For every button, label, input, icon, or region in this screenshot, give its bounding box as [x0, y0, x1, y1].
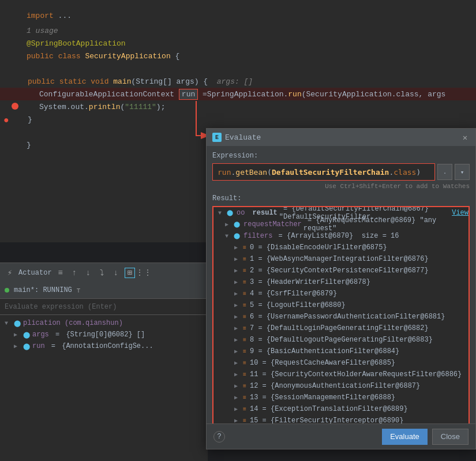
code-line-close1: } [0, 113, 476, 126]
expand-icon-args: ▶ [14, 331, 21, 338]
debug-tree-panel: ▼ ⬤ plication (com.qianshun) ▶ ⬤ args = … [0, 314, 208, 461]
actuator-icon[interactable]: ⚡ [5, 268, 15, 278]
evaluate-bar[interactable]: Evaluate expression (Enter) [0, 298, 208, 314]
running-indicator [5, 288, 9, 293]
expand-icon: ▼ [5, 320, 12, 327]
result-row-7[interactable]: ▶ ≡ 7 = {DefaultLoginPageGeneratingFilte… [213, 323, 468, 334]
code-line-annotation: @SpringBootApplication [0, 37, 476, 50]
result-tree: ▼ ⬤ oo result = {DefaultSecurityFilterCh… [212, 206, 470, 448]
result-row-0[interactable]: ▶ ≡ 0 = {DisableEncodeUrlFilter@6875} [213, 242, 468, 253]
run-highlight: run [179, 89, 198, 100]
result-row-2[interactable]: ▶ ≡ 2 = {SecurityContextPersistenceFilte… [213, 265, 468, 276]
result-row-1[interactable]: ▶ ≡ 1 = {WebAsyncManagerIntegrationFilte… [213, 253, 468, 265]
code-line-main: public static void main ( String [] args… [0, 75, 476, 88]
expression-input[interactable]: run . getBean ( DefaultSecurityFilterCha… [212, 163, 435, 181]
expression-label: Expression: [212, 152, 470, 160]
dialog-titlebar: E Evaluate ✕ [207, 129, 475, 146]
result-row-12[interactable]: ▶ ≡ 12 = {AnonymousAuthenticationFilter@… [213, 380, 468, 392]
result-row-13[interactable]: ▶ ≡ 13 = {SessionManagementFilter@6888} [213, 392, 468, 403]
down-icon[interactable]: ↓ [83, 268, 93, 278]
close-dialog-button[interactable]: ✕ [460, 133, 470, 142]
result-row-9[interactable]: ▶ ≡ 9 = {BasicAuthenticationFilter@6884} [213, 346, 468, 357]
code-line-run: ConfigurableApplicationContext run = Spr… [0, 88, 476, 100]
evaluate-placeholder: Evaluate expression (Enter) [5, 303, 117, 311]
debug-thread-bar: main*: RUNNING ⊤ [0, 282, 208, 298]
result-row-14[interactable]: ▶ ≡ 14 = {ExceptionTranslationFilter@688… [213, 403, 468, 415]
code-line-1: import ... [0, 9, 476, 22]
code-line-class: public class SecurityApplication { [0, 50, 476, 62]
debug-arrow-marker: ● [3, 115, 9, 126]
expand-filters: ▼ [225, 233, 232, 239]
expand-icon-run: ▶ [14, 343, 21, 350]
expression-row: run . getBean ( DefaultSecurityFilterCha… [212, 163, 470, 181]
list-icon[interactable]: ≡ [55, 268, 66, 278]
grid-icon[interactable]: ⊞ [125, 268, 135, 278]
result-row-3[interactable]: ▶ ≡ 3 = {HeaderWriterFilter@6878} [213, 276, 468, 288]
result-row-8[interactable]: ▶ ≡ 8 = {DefaultLogoutPageGeneratingFilt… [213, 334, 468, 346]
code-line-println: System .out. println ( "11111" ); [0, 100, 476, 113]
dot-button[interactable]: . [437, 164, 452, 180]
settings-icon[interactable]: ⋮⋮ [138, 268, 149, 278]
result-row-requestmatcher[interactable]: ▶ ⬤ requestMatcher = {AnyRequestMatcher@… [213, 219, 468, 230]
result-row-10[interactable]: ▶ ≡ 10 = {RequestCacheAwareFilter@6885} [213, 357, 468, 369]
expand-rm: ▶ [225, 221, 232, 228]
close-button[interactable]: Close [432, 429, 468, 445]
dialog-title-text: Evaluate [225, 133, 261, 142]
debug-item-app[interactable]: ▼ ⬤ plication (com.qianshun) [0, 317, 208, 329]
debug-item-run[interactable]: ▶ ⬤ run = {AnnotationConfigSe... [0, 340, 208, 352]
dialog-footer: ? Evaluate Close [207, 423, 475, 449]
result-row-5[interactable]: ▶ ≡ 5 = {LogoutFilter@6880} [213, 299, 468, 311]
result-row-6[interactable]: ▶ ≡ 6 = {UsernamePasswordAuthenticationF… [213, 311, 468, 323]
dialog-title: E Evaluate [212, 133, 261, 142]
footer-buttons: Evaluate Close [382, 429, 468, 445]
step-over-icon[interactable]: ⤵ [97, 268, 107, 278]
view-link[interactable]: View [452, 209, 468, 217]
expand-root: ▼ [218, 210, 225, 216]
evaluate-button[interactable]: Evaluate [382, 429, 428, 445]
result-row-11[interactable]: ▶ ≡ 11 = {SecurityContextHolderAwareRequ… [213, 369, 468, 380]
dropdown-button[interactable]: ▾ [455, 164, 470, 180]
code-line-empty1 [0, 62, 476, 75]
step-into-icon[interactable]: ↓ [111, 268, 121, 278]
dialog-body: Expression: run . getBean ( DefaultSecur… [207, 146, 475, 454]
hint-text: Use Ctrl+Shift+Enter to add to Watches [212, 183, 470, 190]
code-line-usage: 1 usage [0, 24, 476, 37]
up-icon[interactable]: ↑ [69, 268, 80, 278]
result-row-4[interactable]: ▶ ≡ 4 = {CsrfFilter@6879} [213, 288, 468, 299]
help-button[interactable]: ? [213, 431, 225, 443]
thread-label: main*: RUNNING [14, 286, 72, 294]
debug-tree: ▼ ⬤ plication (com.qianshun) ▶ ⬤ args = … [0, 315, 208, 445]
actuator-label: Actuator [18, 269, 52, 277]
bottom-toolbar: ⚡ Actuator ≡ ↑ ↓ ⤵ ↓ ⊞ ⋮⋮ [0, 263, 208, 282]
evaluate-dialog: E Evaluate ✕ Expression: run . getBean (… [206, 128, 476, 449]
filter-icon[interactable]: ⊤ [77, 287, 81, 294]
result-label: Result: [212, 194, 470, 203]
evaluate-icon: E [212, 133, 222, 142]
debug-item-args[interactable]: ▶ ⬤ args = {String[0]@6082} [] [0, 329, 208, 340]
